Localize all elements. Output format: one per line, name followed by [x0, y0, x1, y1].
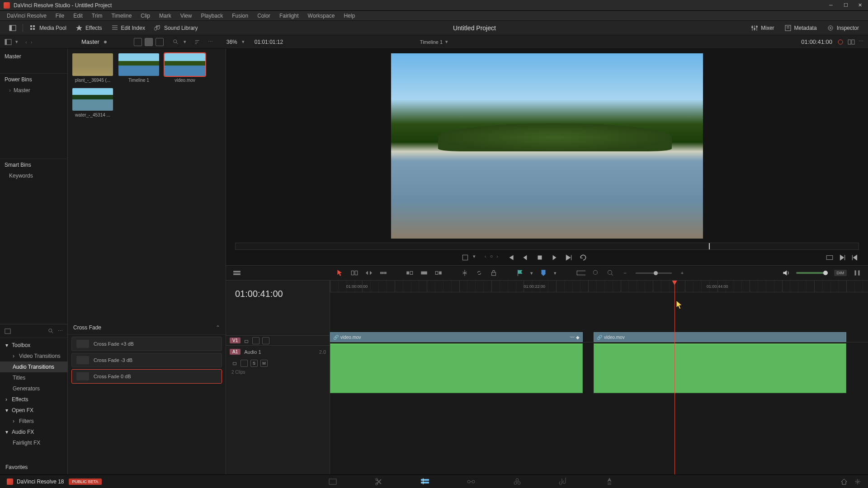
fx-list-item[interactable]: Cross Fade -3 dB [71, 353, 222, 367]
fx-favorites[interactable]: Favorites [0, 462, 67, 473]
stop-small-icon[interactable]: ○ [490, 253, 493, 262]
settings-icon[interactable] [854, 478, 861, 485]
flag-icon[interactable] [516, 269, 524, 277]
prev-edit-button[interactable]: ‹ [485, 253, 486, 262]
metadata-button[interactable]: Metadata [780, 23, 821, 33]
menu-view[interactable]: View [176, 13, 197, 19]
fx-filters[interactable]: ›Filters [0, 416, 67, 427]
blade-tool-icon[interactable] [379, 269, 387, 277]
speaker-icon[interactable] [782, 269, 790, 277]
next-edit-button[interactable]: › [496, 253, 498, 262]
timeline-view-icon[interactable] [233, 269, 241, 277]
meters-icon[interactable] [853, 269, 861, 277]
menu-timeline[interactable]: Timeline [107, 13, 136, 19]
snap-icon[interactable] [575, 269, 585, 277]
smart-bins-header[interactable]: Smart Bins [0, 159, 67, 171]
maximize-button[interactable]: ☐ [844, 2, 850, 9]
sound-library-button[interactable]: Sound Library [150, 23, 203, 33]
dual-view-icon[interactable] [848, 38, 855, 46]
zoom-slider[interactable] [636, 272, 672, 274]
bypass-icon[interactable] [837, 38, 844, 46]
insert-icon[interactable] [406, 269, 414, 277]
thumb-view-icon[interactable] [145, 38, 153, 46]
clip-item[interactable]: water_-_45314 ... [72, 88, 113, 117]
video-clip[interactable]: 🔗video.mov〰◆ [330, 332, 583, 342]
smart-bin-keywords[interactable]: Keywords [0, 171, 67, 181]
fx-openfx[interactable]: ▾Open FX [0, 405, 67, 416]
fusion-page-tab[interactable] [466, 477, 476, 487]
timeline-tracks[interactable]: 01:00:00:0001:00:22:0001:00:44:00 🔗video… [330, 281, 868, 474]
razor-icon[interactable] [461, 269, 469, 277]
loop-button[interactable] [579, 253, 587, 262]
power-bin-master[interactable]: ›Master [0, 85, 67, 95]
clip-thumbnail[interactable] [118, 53, 159, 76]
crop-icon[interactable] [461, 253, 469, 262]
close-button[interactable]: ✕ [858, 2, 864, 9]
inspector-button[interactable]: Inspector [822, 23, 863, 33]
clip-thumbnail[interactable] [165, 53, 205, 76]
zoom-in-button[interactable]: + [681, 270, 684, 276]
timeline-name-dropdown[interactable]: Timeline 1 ▾ [420, 39, 448, 45]
fx-generators[interactable]: Generators [0, 383, 67, 394]
fx-category-header[interactable]: Cross Fade ⌃ [68, 321, 226, 335]
menu-help[interactable]: Help [339, 13, 359, 19]
fx-fairlight[interactable]: Fairlight FX [0, 437, 67, 448]
fairlight-page-tab[interactable] [558, 477, 568, 487]
volume-slider[interactable] [796, 272, 828, 274]
audio-toggle[interactable] [241, 360, 248, 367]
zoom-detail-icon[interactable] [606, 269, 614, 277]
v1-badge[interactable]: V1 [230, 338, 241, 343]
dynamic-trim-icon[interactable] [365, 269, 373, 277]
home-icon[interactable] [840, 478, 848, 485]
audio-track-header[interactable]: A1 Audio 1 2.0 [226, 345, 330, 358]
audio-clip[interactable] [594, 343, 846, 393]
search-icon[interactable] [173, 39, 179, 45]
menu-fusion[interactable]: Fusion [227, 13, 253, 19]
scrub-bar[interactable] [235, 243, 859, 250]
clip-item[interactable]: plant_-_36945 (... [72, 53, 113, 83]
clip-item[interactable]: video.mov [165, 53, 205, 83]
trim-tool-icon[interactable] [350, 269, 359, 277]
edit-page-tab[interactable] [420, 477, 430, 487]
video-track-header[interactable]: V1 [226, 335, 330, 345]
audio-clip[interactable] [330, 343, 583, 393]
zoom-out-button[interactable]: − [623, 270, 626, 276]
deliver-page-tab[interactable] [604, 477, 614, 487]
marker-dropdown[interactable]: ▾ [554, 270, 557, 276]
selection-tool-icon[interactable] [336, 269, 344, 277]
mixer-button[interactable]: Mixer [746, 23, 778, 33]
fx-list-item[interactable]: Cross Fade +3 dB [71, 337, 222, 351]
audio-track[interactable] [330, 342, 868, 394]
clip-thumbnail[interactable] [72, 53, 113, 76]
playhead[interactable] [675, 281, 675, 474]
menu-trim[interactable]: Trim [87, 13, 107, 19]
menu-fairlight[interactable]: Fairlight [275, 13, 303, 19]
scrub-marker[interactable] [709, 243, 710, 249]
track-toggle-2[interactable] [262, 337, 269, 344]
minimize-button[interactable]: ─ [829, 2, 835, 9]
video-clip[interactable]: 🔗video.mov [594, 332, 846, 342]
mute-button[interactable]: M [260, 360, 268, 367]
viewer-canvas[interactable] [226, 49, 868, 243]
effects-button[interactable]: Effects [71, 23, 106, 33]
sidebar-toggle-icon[interactable] [5, 38, 12, 46]
stop-button[interactable] [536, 253, 544, 262]
lock-icon[interactable] [490, 269, 498, 277]
go-start-button[interactable] [507, 253, 515, 262]
fx-audio-transitions[interactable]: Audio Transitions [0, 361, 67, 372]
video-track[interactable]: 🔗video.mov〰◆🔗video.mov [330, 332, 868, 342]
search-icon[interactable] [48, 328, 54, 334]
list-view-icon[interactable] [134, 38, 142, 46]
clip-thumbnail[interactable] [72, 88, 113, 111]
power-bins-header[interactable]: Power Bins [0, 73, 67, 85]
crop-dropdown[interactable]: ▾ [473, 253, 476, 262]
menu-color[interactable]: Color [253, 13, 275, 19]
edit-index-button[interactable]: Edit Index [107, 23, 150, 33]
media-page-tab[interactable] [328, 477, 338, 487]
a1-badge[interactable]: A1 [230, 349, 241, 355]
zoom-to-fit-icon[interactable] [592, 269, 600, 277]
solo-button[interactable]: S [250, 360, 258, 367]
go-end-button[interactable] [565, 253, 573, 262]
bin-master[interactable]: Master [5, 52, 63, 61]
media-pool-button[interactable]: Media Pool [25, 23, 71, 33]
